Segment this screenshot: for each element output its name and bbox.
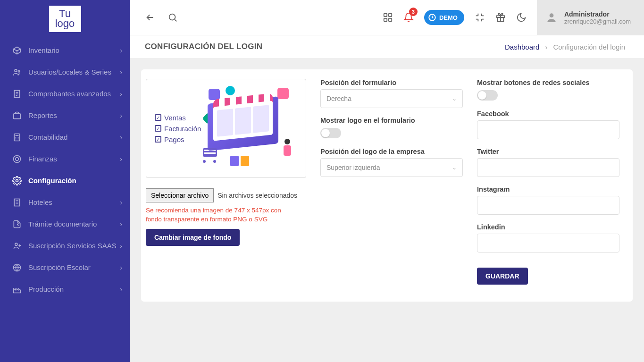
select-file-button[interactable]: Seleccionar archivo: [146, 188, 214, 202]
chevron-right-icon: ›: [120, 264, 122, 271]
svg-point-11: [169, 14, 176, 20]
sidebar-item-2[interactable]: Comprobantes avanzados›: [0, 83, 130, 105]
file-hint: Se recomienda una imagen de 747 x 547px …: [146, 206, 287, 224]
show-logo-toggle[interactable]: [320, 128, 341, 138]
user-role: Administrador: [564, 10, 631, 18]
form-position-value: Derecha: [326, 95, 351, 102]
breadcrumb-root[interactable]: Dashboard: [505, 43, 539, 51]
sidebar: Tu logo Inventario›Usuarios/Locales & Se…: [0, 0, 130, 362]
svg-point-1: [18, 71, 20, 72]
chevron-right-icon: ›: [120, 112, 122, 119]
sidebar-item-10[interactable]: Suscripción Escolar›: [0, 257, 130, 278]
change-bg-button[interactable]: Cambiar image de fondo: [146, 229, 240, 246]
receipt-icon: [12, 89, 22, 99]
logo-position-value: Superior izquierda: [326, 164, 380, 171]
chevron-right-icon: ›: [545, 43, 547, 51]
chevron-right-icon: ›: [120, 134, 122, 141]
building-icon: [12, 198, 22, 207]
search-icon[interactable]: [167, 12, 178, 23]
linkedin-input[interactable]: [477, 234, 619, 253]
linkedin-label: Linkedin: [477, 223, 619, 231]
logo-position-select[interactable]: Superior izquierda ⌄: [320, 158, 463, 177]
svg-rect-12: [384, 14, 387, 17]
calculator-icon: [12, 133, 22, 142]
moon-icon[interactable]: [516, 12, 527, 23]
main: 3 DEMO Administrador: [130, 0, 644, 362]
sidebar-item-label: Reportes: [28, 111, 120, 120]
sidebar-item-6[interactable]: Configuración: [0, 170, 130, 192]
users-icon: [12, 67, 22, 77]
chevron-right-icon: ›: [120, 90, 122, 98]
sidebar-item-9[interactable]: Suscripción Servicios SAAS›: [0, 235, 130, 257]
instagram-label: Instagram: [477, 185, 619, 193]
user-menu[interactable]: Administrador zrenrique20@gmail.com: [537, 0, 644, 35]
chevron-right-icon: ›: [120, 199, 122, 206]
sidebar-item-0[interactable]: Inventario›: [0, 40, 130, 61]
svg-point-19: [550, 13, 554, 17]
chevron-right-icon: ›: [120, 242, 122, 250]
user-email: zrenrique20@gmail.com: [564, 18, 631, 25]
minimize-icon[interactable]: [475, 12, 485, 23]
chevron-right-icon: ›: [120, 47, 122, 54]
sidebar-item-7[interactable]: Hoteles›: [0, 192, 130, 213]
sidebar-item-8[interactable]: Trámite documentario›: [0, 213, 130, 235]
sidebar-item-label: Suscripción Escolar: [28, 263, 120, 272]
svg-rect-8: [14, 199, 20, 206]
apps-grid-icon[interactable]: [383, 12, 393, 23]
facebook-label: Facebook: [477, 110, 619, 118]
logo-line2: logo: [55, 19, 75, 29]
sidebar-item-5[interactable]: Finanzas›: [0, 148, 130, 170]
svg-rect-13: [389, 14, 392, 17]
logo[interactable]: Tu logo: [0, 0, 130, 40]
globe-icon: [12, 263, 22, 272]
preview-line-3: Pagos: [164, 135, 184, 143]
twitter-input[interactable]: [477, 158, 619, 177]
form-position-select[interactable]: Derecha ⌄: [320, 89, 463, 108]
breadcrumb: Dashboard › Configuración del login: [505, 43, 625, 51]
sidebar-item-label: Hoteles: [28, 198, 120, 207]
back-arrow-icon[interactable]: [145, 12, 155, 23]
person-plus-icon: [12, 241, 22, 251]
facebook-input[interactable]: [477, 120, 619, 139]
sidebar-item-11[interactable]: Producción›: [0, 278, 130, 300]
sidebar-item-label: Producción: [28, 285, 120, 294]
demo-chip[interactable]: DEMO: [424, 10, 464, 25]
form-position-label: Posición del formulario: [320, 79, 463, 86]
sidebar-item-1[interactable]: Usuarios/Locales & Series›: [0, 61, 130, 83]
sidebar-item-label: Contabilidad: [28, 133, 120, 142]
notifications-bell-icon[interactable]: 3: [403, 12, 414, 23]
save-button[interactable]: GUARDAR: [477, 268, 528, 285]
chevron-down-icon: ⌄: [452, 164, 457, 171]
sidebar-item-4[interactable]: Contabilidad›: [0, 126, 130, 148]
check-icon: ✓: [155, 114, 161, 121]
sidebar-item-label: Suscripción Servicios SAAS: [28, 241, 120, 251]
preview-line-1: Ventas: [164, 114, 186, 122]
sidebar-item-label: Comprobantes avanzados: [28, 89, 120, 99]
chevron-down-icon: ⌄: [452, 95, 457, 102]
factory-icon: [12, 285, 22, 294]
chevron-right-icon: ›: [120, 220, 122, 228]
sidebar-item-3[interactable]: Reportes›: [0, 105, 130, 126]
svg-point-7: [16, 180, 18, 182]
svg-rect-4: [14, 134, 20, 141]
preview-line-2: Facturación: [164, 125, 201, 133]
subheader: CONFIGURACIÓN DEL LOGIN Dashboard › Conf…: [130, 35, 644, 58]
logo-position-label: Posición del logo de la empresa: [320, 148, 463, 155]
chevron-right-icon: ›: [120, 155, 122, 163]
social-toggle-label: Mostrar botones de redes sociales: [477, 79, 619, 86]
breadcrumb-current: Configuración del login: [553, 43, 625, 51]
sidebar-item-label: Trámite documentario: [28, 219, 120, 229]
briefcase-icon: [12, 111, 22, 120]
svg-rect-15: [389, 18, 392, 21]
demo-label: DEMO: [439, 14, 458, 21]
gift-icon[interactable]: [495, 12, 506, 23]
svg-point-5: [14, 156, 21, 163]
sidebar-item-label: Configuración: [28, 176, 122, 185]
target-icon: [12, 154, 22, 164]
instagram-input[interactable]: [477, 196, 619, 215]
show-logo-label: Mostrar logo en el formulario: [320, 117, 463, 124]
sidebar-item-label: Inventario: [28, 46, 120, 55]
social-toggle[interactable]: [477, 90, 498, 101]
check-icon: ✓: [155, 125, 161, 132]
sync-icon: [428, 13, 436, 22]
